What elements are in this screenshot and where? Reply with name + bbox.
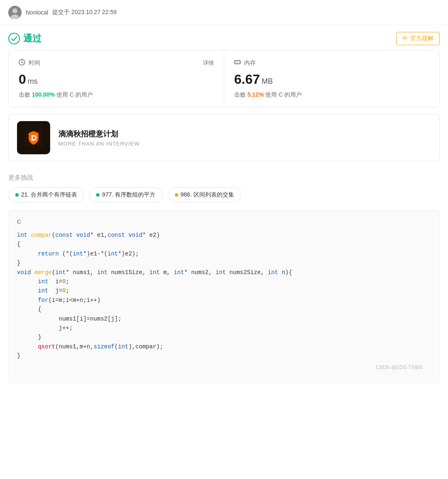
- code-section: C int compar(const void* e1,const void* …: [8, 210, 440, 383]
- avatar: [8, 6, 22, 19]
- promo-logo: [17, 121, 50, 154]
- challenge-label-21: 21. 合并两个有序链表: [21, 191, 77, 199]
- challenge-label-977: 977. 有序数组的平方: [102, 191, 155, 199]
- promo-card[interactable]: 滴滴秋招橙意计划 MORE THAN AN INTERVIEW: [8, 114, 440, 161]
- check-circle-icon: [8, 33, 20, 44]
- time-value: 0ms: [19, 72, 214, 87]
- more-challenges-title: 更多挑战: [8, 174, 440, 182]
- header-submitted-at: 提交于 2023.10.27 22:59: [52, 9, 116, 16]
- status-label: 通过: [23, 32, 41, 45]
- memory-metric-card: 内存 6.67MB 击败 5.12% 使用 C 的用户: [224, 51, 439, 107]
- difficulty-dot-green-21: [15, 193, 19, 197]
- header: Nonlocal 提交于 2023.10.27 22:59: [0, 0, 448, 25]
- code-language: C: [17, 219, 431, 225]
- official-solution-button[interactable]: 中 官方题解: [396, 32, 440, 45]
- challenge-tag-21[interactable]: 21. 合并两个有序链表: [8, 187, 84, 202]
- memory-value: 6.67MB: [234, 72, 429, 87]
- footer-note: CSDN @EDG.TSWS: [17, 360, 431, 374]
- svg-point-3: [9, 33, 19, 44]
- official-solution-icon: 中: [402, 35, 408, 42]
- promo-title: 滴滴秋招橙意计划: [58, 129, 140, 139]
- svg-point-1: [12, 8, 17, 13]
- status-bar: 通过 中 官方题解: [0, 25, 448, 50]
- promo-text: 滴滴秋招橙意计划 MORE THAN AN INTERVIEW: [58, 129, 140, 147]
- challenge-tag-977[interactable]: 977. 有序数组的平方: [89, 187, 162, 202]
- difficulty-dot-orange-986: [175, 193, 178, 197]
- code-block: int compar(const void* e1,const void* e2…: [17, 231, 431, 360]
- time-beat: 击败 100.00% 使用 C 的用户: [19, 91, 214, 99]
- clock-icon-label: 时间: [19, 59, 40, 67]
- memory-metric-title: 内存: [234, 59, 429, 67]
- time-metric-title: 时间 详情: [19, 59, 214, 67]
- more-challenges: 更多挑战 21. 合并两个有序链表 977. 有序数组的平方 986. 区间列表…: [0, 170, 448, 208]
- challenge-label-986: 986. 区间列表的交集: [181, 191, 234, 199]
- challenge-tag-986[interactable]: 986. 区间列表的交集: [168, 187, 241, 202]
- svg-line-6: [22, 63, 23, 63]
- memory-beat: 击败 5.12% 使用 C 的用户: [234, 91, 429, 99]
- time-metric-card: 时间 详情 0ms 击败 100.00% 使用 C 的用户: [9, 51, 224, 107]
- time-detail-link[interactable]: 详情: [203, 59, 214, 67]
- difficulty-dot-green-977: [96, 193, 99, 197]
- metrics-row: 时间 详情 0ms 击败 100.00% 使用 C 的用户 内存: [8, 50, 440, 107]
- header-username: Nonlocal: [26, 9, 48, 16]
- memory-icon-label: 内存: [234, 59, 256, 67]
- promo-subtitle: MORE THAN AN INTERVIEW: [58, 141, 140, 147]
- challenge-tags: 21. 合并两个有序链表 977. 有序数组的平方 986. 区间列表的交集: [8, 187, 440, 202]
- official-solution-label: 官方题解: [410, 35, 433, 42]
- status-passed: 通过: [8, 32, 41, 45]
